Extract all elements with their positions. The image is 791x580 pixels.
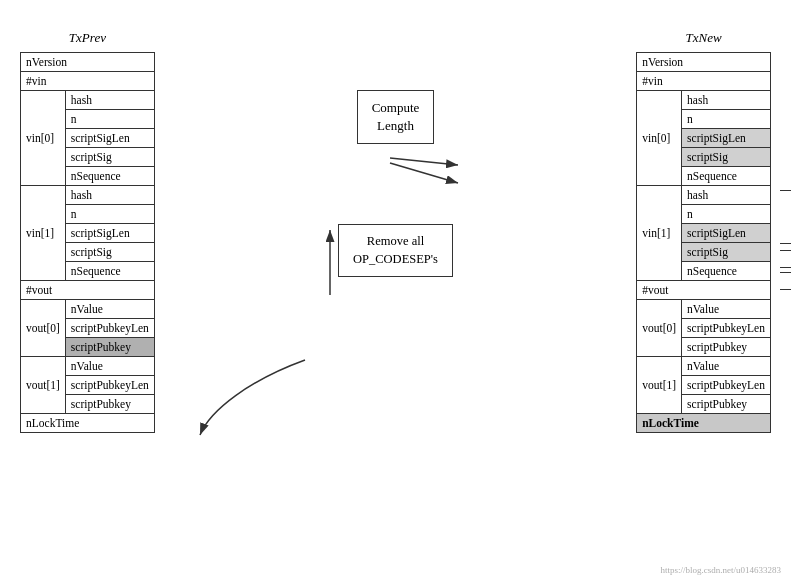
table-row: #vout (637, 281, 771, 300)
cell-vout0-value-new: nValue (682, 300, 771, 319)
cell-vout0-pk-new: scriptPubkey (682, 338, 771, 357)
cell-vout0-label: vout[0] (21, 300, 66, 357)
cell-vin1-label-new: vin[1] (637, 186, 682, 281)
cell-vin1-seq-new: nSequence (682, 262, 771, 281)
cell-vin-count: #vin (21, 72, 155, 91)
side-labels: Empty Script Zero Zero (780, 190, 791, 290)
cell-vin1-siglen: scriptSigLen (65, 224, 154, 243)
compute-label: ComputeLength (372, 100, 420, 133)
cell-vout1-label-new: vout[1] (637, 357, 682, 414)
txprev-section: TxPrev nVersion #vin vin[0] hash n scrip… (20, 30, 155, 433)
remove-box: Remove allOP_CODESEP's (338, 224, 453, 277)
cell-vin0-n: n (65, 110, 154, 129)
cell-vin1-seq: nSequence (65, 262, 154, 281)
txprev-table: nVersion #vin vin[0] hash n scriptSigLen… (20, 52, 155, 433)
cell-vout0-label-new: vout[0] (637, 300, 682, 357)
cell-vout0-pk: scriptPubkey (65, 338, 154, 357)
cell-vin0-label: vin[0] (21, 91, 66, 186)
table-row: vin[1] hash (637, 186, 771, 205)
table-row: vin[1] hash (21, 186, 155, 205)
zero2-label-group: Zero (780, 272, 791, 290)
cell-vin0-siglen-new: scriptSigLen (682, 129, 771, 148)
table-row: vin[0] hash (637, 91, 771, 110)
cell-vout0-pklen: scriptPubkeyLen (65, 319, 154, 338)
cell-vin1-n: n (65, 205, 154, 224)
txnew-table: nVersion #vin vin[0] hash n scriptSigLen… (636, 52, 771, 433)
cell-vout1-value: nValue (65, 357, 154, 376)
cell-vin1-n-new: n (682, 205, 771, 224)
watermark: https://blog.csdn.net/u014633283 (661, 565, 782, 575)
txnew-title: TxNew (636, 30, 771, 46)
zero1-label-group: Zero (780, 250, 791, 268)
cell-locktime-new: nLockTime (637, 414, 771, 433)
cell-vin0-hash-new: hash (682, 91, 771, 110)
txprev-title: TxPrev (20, 30, 155, 46)
compute-box: ComputeLength (357, 90, 435, 144)
table-row: #vout (21, 281, 155, 300)
cell-vin0-n-new: n (682, 110, 771, 129)
bracket-zero2 (780, 272, 791, 290)
cell-vin1-hash-new: hash (682, 186, 771, 205)
cell-vin0-sig: scriptSig (65, 148, 154, 167)
cell-locktime: nLockTime (21, 414, 155, 433)
cell-vin0-sig-new: scriptSig (682, 148, 771, 167)
cell-vin1-label: vin[1] (21, 186, 66, 281)
cell-vout1-value-new: nValue (682, 357, 771, 376)
cell-vin0-hash: hash (65, 91, 154, 110)
main-container: TxPrev nVersion #vin vin[0] hash n scrip… (0, 0, 791, 580)
cell-vout1-label: vout[1] (21, 357, 66, 414)
cell-vout-count-new: #vout (637, 281, 771, 300)
table-row: nVersion (21, 53, 155, 72)
middle-section: ComputeLength Remove allOP_CODESEP's (338, 30, 453, 277)
cell-vin1-hash: hash (65, 186, 154, 205)
cell-vout1-pklen: scriptPubkeyLen (65, 376, 154, 395)
cell-vin0-siglen: scriptSigLen (65, 129, 154, 148)
cell-vin-count-new: #vin (637, 72, 771, 91)
cell-vout1-pklen-new: scriptPubkeyLen (682, 376, 771, 395)
cell-vin0-seq: nSequence (65, 167, 154, 186)
table-row: #vin (637, 72, 771, 91)
table-row: #vin (21, 72, 155, 91)
cell-vin1-sig-new: scriptSig (682, 243, 771, 262)
cell-nversion: nVersion (21, 53, 155, 72)
empty-script-label-group: Empty Script (780, 190, 791, 244)
cell-vout0-value: nValue (65, 300, 154, 319)
bracket-zero1 (780, 250, 791, 268)
cell-vout0-pklen-new: scriptPubkeyLen (682, 319, 771, 338)
table-row: vout[1] nValue (21, 357, 155, 376)
cell-vin0-label-new: vin[0] (637, 91, 682, 186)
table-row: vout[0] nValue (21, 300, 155, 319)
cell-vin0-seq-new: nSequence (682, 167, 771, 186)
cell-vout1-pk: scriptPubkey (65, 395, 154, 414)
table-row: nVersion (637, 53, 771, 72)
table-row: vout[1] nValue (637, 357, 771, 376)
cell-vout1-pk-new: scriptPubkey (682, 395, 771, 414)
cell-nversion-new: nVersion (637, 53, 771, 72)
cell-vout-count: #vout (21, 281, 155, 300)
table-row: vout[0] nValue (637, 300, 771, 319)
cell-vin1-sig: scriptSig (65, 243, 154, 262)
remove-label: Remove allOP_CODESEP's (353, 234, 438, 266)
bracket-empty-script (780, 190, 791, 244)
table-row: nLockTime (637, 414, 771, 433)
cell-vin1-siglen-new: scriptSigLen (682, 224, 771, 243)
table-row: nLockTime (21, 414, 155, 433)
txnew-section: TxNew nVersion #vin vin[0] hash n script… (636, 30, 771, 433)
table-row: vin[0] hash (21, 91, 155, 110)
